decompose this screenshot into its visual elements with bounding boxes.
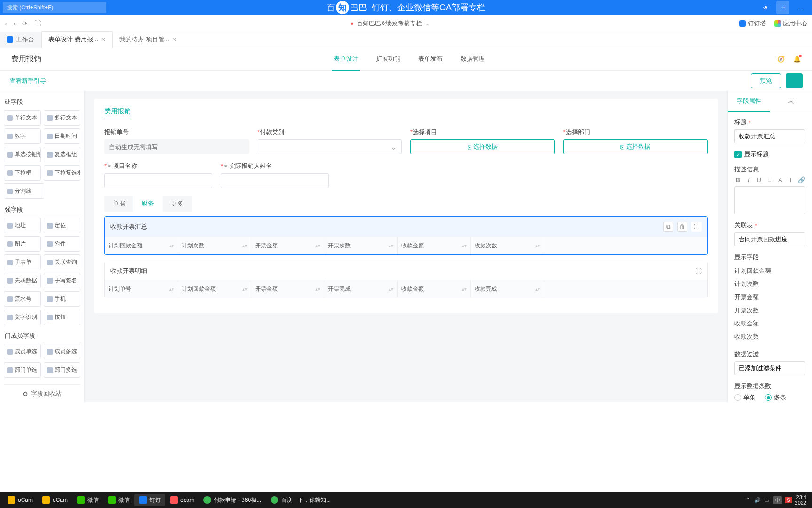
sort-icon[interactable]: ▴▾ xyxy=(315,288,320,291)
field-text[interactable]: 单行文本 xyxy=(4,110,41,126)
field-member-multi[interactable]: 成员多选 xyxy=(44,344,81,359)
menu-icon[interactable]: ⋯ xyxy=(794,1,807,14)
field-rel-data[interactable]: 关联数据 xyxy=(4,273,41,288)
refresh-icon[interactable]: ⟳ xyxy=(22,20,28,27)
font-icon[interactable]: T xyxy=(788,176,795,183)
link-icon[interactable]: 🔗 xyxy=(798,176,805,183)
field-radio[interactable]: 单选按钮组 xyxy=(4,147,41,162)
field-subform[interactable]: 子表单 xyxy=(4,254,41,270)
list-item[interactable]: 开票金额 xyxy=(734,291,805,304)
compass-icon[interactable]: 🧭 xyxy=(777,56,785,63)
field-checkbox[interactable]: 复选框组 xyxy=(44,147,81,162)
color-icon[interactable]: A xyxy=(777,176,784,183)
field-project-name[interactable]: *⚭项目名称 xyxy=(104,162,212,188)
radio-single[interactable]: 单条 xyxy=(734,393,756,402)
subtab-finance[interactable]: 财务 xyxy=(133,196,163,212)
field-signature[interactable]: 手写签名 xyxy=(44,273,81,288)
task-item[interactable]: oCam xyxy=(3,494,38,506)
list-item[interactable]: 计划次数 xyxy=(734,278,805,291)
list-item[interactable]: 收款金额 xyxy=(734,317,805,330)
tab-data-manage[interactable]: 数据管理 xyxy=(459,48,487,71)
back-icon[interactable]: ‹ xyxy=(5,20,7,27)
sort-icon[interactable]: ▴▾ xyxy=(462,288,467,291)
section-invoice-detail[interactable]: 收款开票明细 ⛶ 计划单号▴▾ 计划回款金额▴▾ 开票金额▴▾ 开票完成▴▾ 收… xyxy=(104,262,708,298)
sort-icon[interactable]: ▴▾ xyxy=(389,288,393,291)
tab-home[interactable]: 工作台 xyxy=(0,32,41,48)
subtab-bill[interactable]: 单据 xyxy=(104,196,133,212)
forward-icon[interactable]: › xyxy=(14,20,16,27)
sort-icon[interactable]: ▴▾ xyxy=(535,288,540,291)
rp-tab-field[interactable]: 字段属性 xyxy=(728,91,770,112)
field-dept-single[interactable]: 部门单选 xyxy=(4,362,41,378)
search-input[interactable]: 搜索 (Ctrl+Shift+F) xyxy=(3,2,106,13)
show-title-checkbox[interactable]: ✓显示标题 xyxy=(734,150,805,159)
sort-icon[interactable]: ▴▾ xyxy=(169,288,174,291)
reporter-input[interactable] xyxy=(221,173,329,188)
section-invoice-summary[interactable]: 收款开票汇总 ⧉ 🗑 ⛶ 计划回款金额▴▾ 计划次数▴▾ 开票金额▴▾ 开票次数… xyxy=(104,216,708,255)
radio-multi[interactable]: 多条 xyxy=(765,393,786,402)
sort-icon[interactable]: ▴▾ xyxy=(169,245,174,247)
task-item[interactable]: 百度一下，你就知... xyxy=(266,494,336,506)
task-item[interactable]: oCam xyxy=(38,494,72,506)
fullscreen-icon[interactable]: ⛶ xyxy=(691,222,702,232)
field-datetime[interactable]: 日期时间 xyxy=(44,128,81,144)
plus-button[interactable]: ＋ xyxy=(776,1,789,14)
copy-icon[interactable]: ⧉ xyxy=(663,222,673,232)
field-textarea[interactable]: 多行文本 xyxy=(44,110,81,126)
bold-icon[interactable]: B xyxy=(734,176,742,183)
field-reporter[interactable]: *⚭实际报销人姓名 xyxy=(221,162,329,188)
sort-icon[interactable]: ▴▾ xyxy=(315,245,320,247)
field-project[interactable]: *选择项目 ⎘选择数据 xyxy=(410,128,555,154)
project-name-input[interactable] xyxy=(104,173,212,188)
underline-icon[interactable]: U xyxy=(756,176,763,183)
task-item[interactable]: 付款申请 - 360极... xyxy=(199,494,266,506)
filter-input[interactable] xyxy=(734,361,805,375)
field-button[interactable]: 按钮 xyxy=(44,310,81,325)
tab-todo[interactable]: 我的待办-项目管...✕ xyxy=(113,32,184,48)
field-number[interactable]: 数字 xyxy=(4,128,41,144)
task-item[interactable]: 微信 xyxy=(72,494,103,506)
field-attachment[interactable]: 附件 xyxy=(44,236,81,252)
sort-icon[interactable]: ▴▾ xyxy=(462,245,467,247)
field-select[interactable]: 下拉框 xyxy=(4,165,41,181)
guide-link[interactable]: 查看新手引导 xyxy=(9,77,46,85)
list-item[interactable]: 计划回款金额 xyxy=(734,264,805,278)
delete-icon[interactable]: 🗑 xyxy=(677,222,687,232)
tray-up-icon[interactable]: ˄ xyxy=(745,497,751,503)
save-button[interactable] xyxy=(786,73,803,88)
field-location[interactable]: 定位 xyxy=(44,218,81,233)
task-item[interactable]: 微信 xyxy=(103,494,134,506)
pay-type-select[interactable] xyxy=(258,139,402,154)
ime-badge[interactable]: S xyxy=(785,497,792,503)
rel-table-input[interactable] xyxy=(734,232,805,246)
subtab-more[interactable]: 更多 xyxy=(163,196,192,212)
sort-icon[interactable]: ▴▾ xyxy=(535,245,540,247)
field-dept-multi[interactable]: 部门多选 xyxy=(44,362,81,378)
tab-extensions[interactable]: 扩展功能 xyxy=(374,48,402,71)
field-image[interactable]: 图片 xyxy=(4,236,41,252)
field-dept[interactable]: *选择部门 ⎘选择数据 xyxy=(563,128,708,154)
sort-icon[interactable]: ▴▾ xyxy=(242,288,247,291)
breadcrumb[interactable]: ● 百知巴巴&绩效考核专栏 ⌄ xyxy=(47,19,733,28)
field-pay-type[interactable]: *付款类别 xyxy=(258,128,402,154)
field-member-single[interactable]: 成员单选 xyxy=(4,344,41,359)
history-icon[interactable]: ↺ xyxy=(758,1,772,14)
app-center-link[interactable]: 应用中心 xyxy=(774,19,807,28)
expand-icon[interactable]: ⛶ xyxy=(34,20,41,27)
list-item[interactable]: 收款次数 xyxy=(734,330,805,343)
sort-icon[interactable]: ▴▾ xyxy=(242,245,247,247)
field-phone[interactable]: 手机 xyxy=(44,291,81,307)
field-divider[interactable]: 分割线 xyxy=(4,183,44,199)
field-address[interactable]: 地址 xyxy=(4,218,41,233)
rp-tab-form[interactable]: 表 xyxy=(770,91,812,112)
ime-badge[interactable]: 中 xyxy=(773,496,782,504)
fullscreen-icon[interactable]: ⛶ xyxy=(695,268,702,275)
desc-textarea[interactable] xyxy=(734,186,805,214)
field-ocr[interactable]: 文字识别 xyxy=(4,310,41,325)
bell-icon[interactable]: 🔔 xyxy=(793,56,801,63)
select-project-button[interactable]: ⎘选择数据 xyxy=(410,139,555,154)
field-serial[interactable]: 流水号 xyxy=(4,291,41,307)
title-input[interactable] xyxy=(734,129,805,143)
close-icon[interactable]: ✕ xyxy=(172,36,177,43)
sort-icon[interactable]: ▴▾ xyxy=(389,245,393,247)
